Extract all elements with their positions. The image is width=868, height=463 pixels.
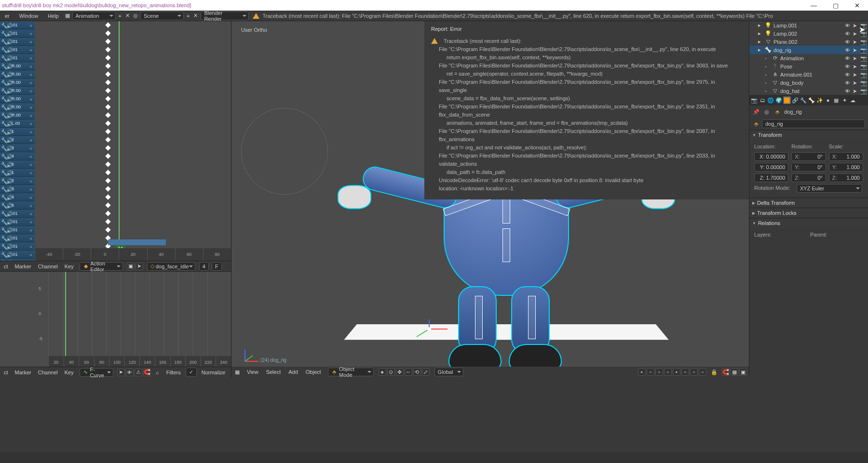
graph-filter-icon[interactable]: ⌕ xyxy=(154,369,162,376)
dopesheet-playhead[interactable] xyxy=(119,21,120,248)
graph-ruler[interactable]: 20406080100120140160180200220240 xyxy=(48,356,231,367)
dopesheet-mode-dropdown[interactable]: ◆ Action Editor xyxy=(80,262,123,271)
render-engine-dropdown[interactable]: Blender Render xyxy=(201,12,249,20)
dopesheet-area[interactable]: 🔧🔊.01▫🔧🔊.01▫🔧🔊.01▫🔧🔊.01▫🔧🔊.01▫🔧🔊R.00▫🔧🔊R… xyxy=(0,21,231,261)
shading-solid-icon[interactable]: ● xyxy=(379,368,386,376)
panel-transform[interactable]: Transform xyxy=(749,130,868,140)
dope-sel-only[interactable]: ➤ xyxy=(136,263,143,270)
render-icon[interactable]: 📷 xyxy=(860,55,866,61)
expand-icon[interactable]: ▸ xyxy=(758,39,763,45)
dope-menu-marker[interactable]: Marker xyxy=(13,264,33,269)
mute-icon[interactable]: ▫ xyxy=(30,39,35,44)
channel-row[interactable]: 🔧🔊.01▫ xyxy=(0,218,35,226)
mute-icon[interactable]: ▫ xyxy=(30,113,35,118)
tab-scene[interactable]: 🌐 xyxy=(767,96,774,104)
select-icon[interactable]: ➤ xyxy=(853,39,858,45)
lock-camera-icon[interactable]: 🔒 xyxy=(710,368,718,376)
outliner-item-dog_body[interactable]: ◦▽dog_body👁➤📷 xyxy=(749,79,868,87)
render-icon[interactable]: 📷 xyxy=(860,64,866,69)
expand-icon[interactable]: ▸ xyxy=(758,30,763,37)
vp-menu-select[interactable]: Select xyxy=(264,369,283,375)
channel-row[interactable]: 🔧🔊.01▫ xyxy=(0,251,35,259)
mute-icon[interactable]: ▫ xyxy=(30,129,35,134)
loc-x[interactable]: X: 0.00000 xyxy=(754,152,788,161)
timeline-footer[interactable] xyxy=(0,452,868,463)
graph-playhead[interactable] xyxy=(65,272,66,356)
tab-render[interactable]: 📷 xyxy=(750,96,758,104)
select-icon[interactable]: ➤ xyxy=(853,80,858,86)
channel-row[interactable]: 🔧🔊2▫ xyxy=(0,136,35,144)
graph-menu-ct[interactable]: ct xyxy=(2,370,10,375)
visible-icon[interactable]: 👁 xyxy=(845,72,851,78)
keyframe[interactable] xyxy=(105,47,110,52)
tab-physics[interactable]: ☁ xyxy=(849,96,856,104)
keyframe[interactable] xyxy=(105,63,110,68)
outliner-item-Plane.002[interactable]: ▸▽Plane.002👁➤📷 xyxy=(749,38,868,46)
tab-world[interactable]: 🌍 xyxy=(775,96,783,104)
graph-snap[interactable]: 🧲 xyxy=(143,369,151,376)
editor-type-icon[interactable]: ▦ xyxy=(233,368,241,376)
render-icon[interactable]: 📷 xyxy=(860,72,866,78)
channel-row[interactable]: 🔧🔊.01▫ xyxy=(0,210,35,218)
mute-icon[interactable]: ▫ xyxy=(30,137,35,142)
menu-help[interactable]: Help xyxy=(43,11,64,21)
select-icon[interactable]: ➤ xyxy=(853,47,858,53)
manip-translate-icon[interactable]: ↔ xyxy=(405,368,412,376)
mute-icon[interactable]: ▫ xyxy=(30,146,35,150)
mute-icon[interactable]: ▫ xyxy=(30,260,35,261)
channel-row[interactable]: 🔧🔊3▫ xyxy=(0,185,35,193)
expand-icon[interactable]: ▸ xyxy=(758,22,763,28)
visible-icon[interactable]: 👁 xyxy=(845,88,851,94)
graph-hidden[interactable]: 👁 xyxy=(126,369,134,376)
mute-icon[interactable]: ▫ xyxy=(30,252,35,257)
keyframe[interactable] xyxy=(105,137,110,142)
mute-icon[interactable]: ▫ xyxy=(30,170,35,175)
vp-menu-view[interactable]: View xyxy=(245,369,260,375)
expand-icon[interactable]: ◦ xyxy=(765,55,770,61)
scene-dropdown[interactable]: Scene xyxy=(140,12,184,20)
screen-layout-dropdown[interactable]: Animation xyxy=(72,12,116,20)
mute-icon[interactable]: ▫ xyxy=(30,88,35,93)
action-fakeuser[interactable]: F xyxy=(212,262,222,271)
render-icon[interactable]: 📷 xyxy=(860,47,866,53)
tab-constraints[interactable]: 🔗 xyxy=(791,96,799,104)
interaction-mode-dropdown[interactable]: ⬘ Object Mode xyxy=(328,368,374,376)
channel-row[interactable]: 🔧🔊2▫ xyxy=(0,177,35,185)
dope-menu-channel[interactable]: Channel xyxy=(36,264,60,269)
dope-menu-key[interactable]: Key xyxy=(63,264,76,269)
graph-menu-marker[interactable]: Marker xyxy=(13,370,33,375)
loc-z[interactable]: Z: 1.70000 xyxy=(754,173,788,182)
scl-z[interactable]: Z:1.000 xyxy=(829,173,863,182)
channel-row[interactable]: 🔧🔊R.00▫ xyxy=(0,103,35,111)
tab-data[interactable]: 🦴 xyxy=(808,96,815,104)
scene-add[interactable]: + xyxy=(185,13,191,19)
visible-icon[interactable]: 👁 xyxy=(845,23,851,28)
manip-rotate-icon[interactable]: ⟲ xyxy=(413,368,421,376)
action-users[interactable]: 4 xyxy=(199,262,209,271)
keyframe[interactable] xyxy=(105,153,110,159)
graph-filters-btn[interactable]: Filters xyxy=(164,370,183,375)
graph-normalize-check[interactable]: ✓ xyxy=(186,368,197,377)
mute-icon[interactable]: ▫ xyxy=(30,96,35,101)
graph-sel-only[interactable]: ➤ xyxy=(117,369,125,376)
keyframe[interactable] xyxy=(105,194,110,199)
keyframe[interactable] xyxy=(105,71,110,77)
keyframe[interactable] xyxy=(105,55,110,60)
rotation-mode-dropdown[interactable]: XYZ Euler xyxy=(797,184,862,193)
viewport-3d[interactable]: User Ortho xyxy=(231,21,749,377)
visible-icon[interactable]: 👁 xyxy=(845,80,851,86)
mute-icon[interactable]: ▫ xyxy=(30,23,35,27)
keyframe[interactable] xyxy=(105,145,110,150)
channel-row[interactable]: 🔧🔊R.00▫ xyxy=(0,111,35,119)
snap-type-icon[interactable]: ▦ xyxy=(731,368,738,376)
outliner-item-Armature.001[interactable]: ◦⋔Armature.001👁➤📷 xyxy=(749,70,868,79)
channel-row[interactable]: 🔧🔊.01▫ xyxy=(0,46,35,54)
loc-y[interactable]: Y: 0.00000 xyxy=(754,163,788,172)
mute-icon[interactable]: ▫ xyxy=(30,219,35,224)
keyframe[interactable] xyxy=(105,22,110,27)
keyframe[interactable] xyxy=(105,79,110,85)
channel-row[interactable]: 🔧🔊.01▫ xyxy=(0,21,35,29)
channel-row[interactable]: 🔧🔊L.00▫ xyxy=(0,119,35,128)
keyframe[interactable] xyxy=(105,202,110,208)
panel-transform-locks[interactable]: Transform Locks xyxy=(749,208,868,218)
